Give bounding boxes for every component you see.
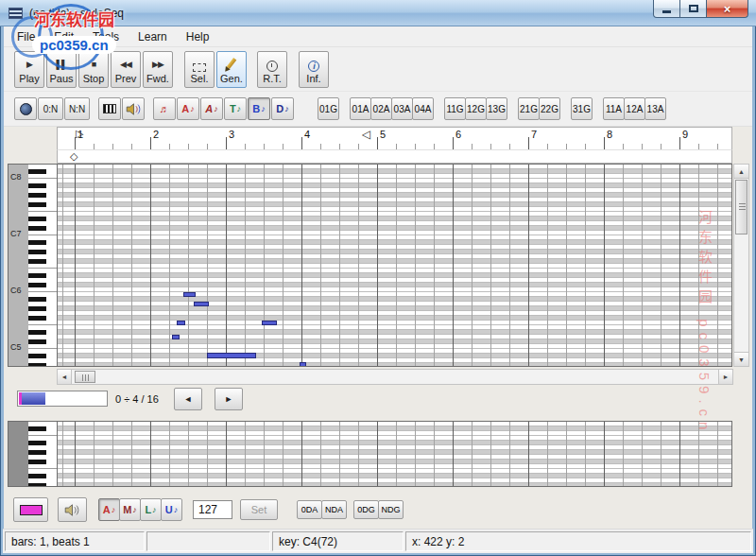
scroll-left-button[interactable]: ◄ [58,370,72,384]
pattern-31g-button[interactable]: 31G [571,97,593,120]
black-key[interactable] [28,259,46,264]
step-forward-button[interactable]: ► [215,388,243,410]
midi-note[interactable] [172,335,180,339]
menu-file[interactable]: File [8,28,44,45]
loop-marker-icon[interactable]: ◁ [362,128,370,141]
voice-b-button[interactable]: B♪ [248,97,270,120]
black-key[interactable] [28,474,46,478]
menu-edit[interactable]: Edit [44,28,83,45]
black-key[interactable] [28,183,46,188]
voice-a-button[interactable]: A♪ [98,498,120,521]
pattern-ndg-button[interactable]: NDG [378,500,404,519]
timeline-ruler[interactable]: ▷ ◁ 123456789 [57,127,732,149]
pattern-01g-button[interactable]: 01G [318,97,339,120]
voice-a-button[interactable]: A♪ [177,97,199,120]
black-key[interactable] [28,460,46,464]
voice-l-button[interactable]: L♪ [140,498,162,521]
velocity-input[interactable] [193,500,232,519]
fwd-button[interactable]: ▶▶Fwd. [143,51,173,88]
black-key[interactable] [28,202,46,207]
menu-help[interactable]: Help [177,28,219,45]
stop-button[interactable]: ■Stop [78,51,109,88]
black-key[interactable] [28,283,46,287]
midi-note[interactable] [194,302,209,306]
titlebar[interactable]: (no title) - styleSeq × [0,0,756,26]
pattern-0da-button[interactable]: 0DA [297,500,322,519]
pause-button[interactable]: ▌▌Paus [46,51,77,88]
audio-button[interactable] [122,97,145,120]
play-button[interactable]: ▶Play [14,51,44,88]
minimize-button[interactable] [653,0,680,18]
prev-button[interactable]: ◀◀Prev [111,51,141,88]
select-button[interactable]: Sel. [184,51,215,88]
pattern-21g-button[interactable]: 21G [518,97,540,120]
black-key[interactable] [28,250,46,254]
step-back-button[interactable]: ◄ [174,388,202,410]
voice-u-button[interactable]: U♪ [161,498,182,521]
horizontal-scrollbar[interactable]: ◄ ► [57,369,733,385]
black-key[interactable] [28,441,46,445]
black-key[interactable] [28,316,46,321]
black-key[interactable] [28,273,46,278]
vertical-scrollbar[interactable]: ▲ ▼ [733,164,749,367]
close-button[interactable]: × [706,0,748,18]
pattern-22g-button[interactable]: 22G [539,97,560,120]
scroll-down-button[interactable]: ▼ [734,352,748,366]
pattern-nda-button[interactable]: NDA [321,500,347,519]
midi-note[interactable] [300,362,306,367]
mini-keyboard[interactable] [8,421,57,487]
scroll-right-button[interactable]: ► [718,370,732,384]
globe-button[interactable] [14,97,37,120]
voice-d-button[interactable]: D♪ [271,97,294,120]
midi-note[interactable] [183,292,196,297]
black-key[interactable] [28,330,46,335]
ratio-nn-button[interactable]: N:N [64,97,90,120]
info-button[interactable]: iInf. [299,51,329,88]
black-key[interactable] [28,483,46,487]
pattern-02a-button[interactable]: 02A [370,97,392,120]
black-key[interactable] [28,354,46,358]
menu-learn[interactable]: Learn [129,28,177,45]
pattern-11a-button[interactable]: 11A [603,97,625,120]
marker-lane[interactable]: ◇ [57,149,732,164]
black-key[interactable] [28,426,46,431]
keyboard-view-button[interactable] [98,97,121,120]
clock-button[interactable]: R.T. [257,51,287,88]
pencil-button[interactable]: Gen. [216,51,247,88]
black-key[interactable] [28,306,46,311]
mini-grid[interactable] [57,421,732,487]
pattern-0dg-button[interactable]: 0DG [353,500,379,519]
black-key[interactable] [28,297,46,302]
pattern-04a-button[interactable]: 04A [412,97,434,120]
black-key[interactable] [28,169,46,174]
pattern-11g-button[interactable]: 11G [444,97,466,120]
midi-note[interactable] [177,321,185,325]
voice-a-button[interactable]: A♪ [200,97,223,120]
black-key[interactable] [28,363,46,367]
vertical-scroll-thumb[interactable] [735,180,747,235]
maximize-button[interactable] [680,0,706,18]
pattern-12g-button[interactable]: 12G [465,97,487,120]
pattern-12a-button[interactable]: 12A [624,97,645,120]
piano-roll-grid[interactable] [57,164,732,367]
midi-note[interactable] [207,353,256,358]
black-key[interactable] [28,226,46,231]
pattern-13g-button[interactable]: 13G [486,97,507,120]
pattern-13a-button[interactable]: 13A [644,97,666,120]
voice-t-button[interactable]: T♪ [224,97,247,120]
notes-button[interactable]: ♬ [153,97,176,120]
black-key[interactable] [28,217,46,221]
position-marker-icon[interactable]: ◇ [70,150,77,163]
sound-button[interactable] [58,497,87,522]
voice-m-button[interactable]: M♪ [119,498,141,521]
horizontal-scroll-thumb[interactable] [75,371,95,383]
pattern-03a-button[interactable]: 03A [391,97,413,120]
black-key[interactable] [28,193,46,198]
piano-keyboard[interactable]: C8C7C6C5 [8,164,57,367]
black-key[interactable] [28,240,46,245]
color-button[interactable] [13,497,48,522]
scroll-up-button[interactable]: ▲ [734,165,748,179]
menu-tools[interactable]: Tools [83,28,129,45]
ratio-0n-button[interactable]: 0:N [38,97,63,120]
set-button[interactable]: Set [240,499,278,520]
